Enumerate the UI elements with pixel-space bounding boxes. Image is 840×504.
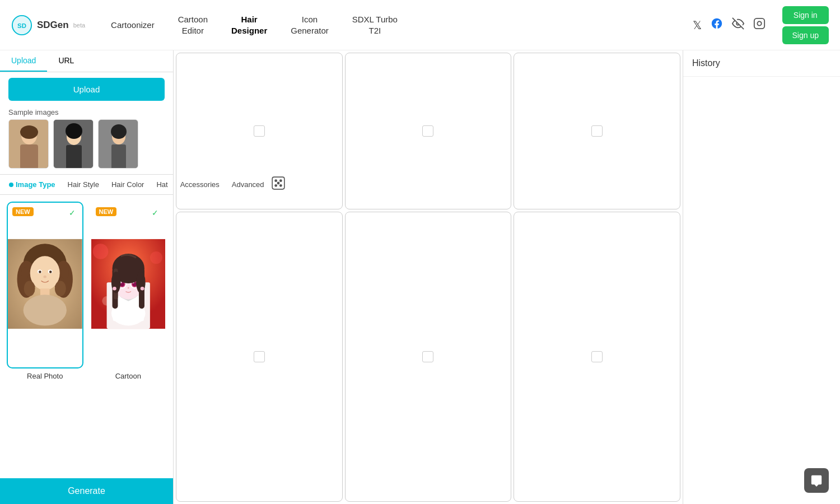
tab-hat-label: Hat [156, 180, 167, 189]
placeholder-5 [422, 351, 433, 362]
upload-btn-area: Upload [0, 72, 173, 104]
svg-point-36 [24, 281, 35, 296]
visibility-off-icon[interactable] [732, 17, 744, 32]
upload-button[interactable]: Upload [8, 78, 165, 101]
upload-tabs: Upload URL [0, 50, 173, 72]
svg-point-37 [55, 281, 66, 296]
image-card-real-photo[interactable]: NEW ✓ [7, 202, 83, 472]
logo-icon: SD [11, 15, 32, 36]
svg-text:SD: SD [17, 22, 26, 29]
new-badge-cartoon: NEW [96, 207, 117, 216]
cartoon-image [91, 203, 166, 365]
real-photo-image [8, 203, 82, 365]
placeholder-2 [422, 125, 433, 137]
nav-cartoonizer[interactable]: Cartoonizer [108, 17, 158, 33]
new-badge-check-cartoon: ✓ [150, 207, 161, 218]
svg-point-16 [111, 124, 127, 139]
svg-rect-15 [111, 144, 126, 169]
sample-label: Sample images [0, 104, 173, 119]
svg-point-41 [92, 244, 108, 259]
sample-image-2[interactable] [53, 119, 94, 169]
tab-image-type[interactable]: Image Type [3, 175, 61, 194]
tab-hair-color[interactable]: Hair Color [106, 175, 150, 194]
svg-rect-11 [66, 145, 82, 169]
brand-beta: beta [73, 22, 85, 29]
navbar: SD SDGen beta Cartoonizer CartoonEditor … [0, 0, 840, 50]
placeholder-6 [591, 351, 603, 362]
svg-rect-7 [20, 144, 38, 169]
tab-upload[interactable]: Upload [0, 50, 47, 72]
social-icons: 𝕏 [693, 17, 766, 32]
real-photo-label: Real Photo [27, 372, 63, 380]
signup-button[interactable]: Sign up [782, 26, 829, 44]
left-panel: Upload URL Upload Sample images [0, 50, 174, 504]
svg-point-28 [30, 256, 60, 290]
svg-point-35 [24, 295, 67, 325]
nav-icon-generator[interactable]: IconGenerator [287, 12, 332, 38]
svg-point-12 [66, 123, 82, 139]
sample-images [0, 119, 173, 174]
tab-hair-color-label: Hair Color [111, 180, 144, 189]
image-type-tabs: Image Type Hair Style Hair Color Hat Acc… [0, 174, 173, 195]
svg-point-31 [39, 270, 41, 273]
placeholder-1 [254, 125, 265, 137]
svg-point-57 [127, 287, 129, 289]
instagram-icon[interactable] [753, 17, 766, 32]
tab-url[interactable]: URL [47, 50, 85, 72]
auth-buttons: Sign in Sign up [782, 6, 829, 44]
chat-button[interactable] [804, 468, 829, 493]
placeholder-3 [591, 125, 603, 137]
new-badge-check-real: ✓ [67, 207, 78, 218]
tab-image-type-label: Image Type [16, 180, 55, 189]
image-type-content: NEW ✓ [0, 195, 173, 478]
nav-sdxl-t2i[interactable]: SDXL TurboT2I [349, 12, 401, 38]
result-cell-6 [514, 212, 680, 502]
svg-point-8 [20, 125, 38, 139]
generate-button[interactable]: Generate [0, 478, 173, 504]
result-grid [174, 50, 683, 504]
active-dot [9, 183, 13, 187]
svg-point-38 [21, 267, 29, 279]
placeholder-4 [254, 351, 265, 362]
svg-point-63 [136, 272, 146, 293]
main-layout: Upload URL Upload Sample images [0, 50, 840, 504]
tab-hair-style-label: Hair Style [68, 180, 99, 189]
svg-point-39 [62, 267, 69, 279]
twitter-icon[interactable]: 𝕏 [693, 18, 702, 32]
logo[interactable]: SD SDGen beta [11, 15, 85, 36]
image-card-inner-real: NEW ✓ [7, 202, 83, 368]
svg-point-64 [113, 287, 116, 291]
svg-point-65 [140, 287, 144, 291]
history-header: History [683, 50, 840, 77]
result-cell-4 [176, 212, 343, 502]
chat-icon [810, 474, 823, 487]
brand-name: SDGen [37, 20, 69, 31]
tab-hair-style[interactable]: Hair Style [62, 175, 105, 194]
svg-point-33 [43, 276, 46, 278]
result-cell-1 [176, 53, 343, 209]
image-card-inner-cartoon: NEW ✓ [90, 202, 167, 368]
svg-rect-3 [754, 18, 764, 29]
sample-image-3[interactable] [98, 119, 138, 169]
right-panel: History [683, 50, 840, 504]
nav-cartoon-editor[interactable]: CartoonEditor [175, 12, 211, 38]
new-badge-real: NEW [12, 207, 34, 216]
sample-image-1[interactable] [8, 119, 49, 169]
result-cell-5 [345, 212, 512, 502]
cartoon-label: Cartoon [115, 372, 141, 380]
svg-point-42 [150, 251, 162, 264]
tab-hat[interactable]: Hat [151, 175, 173, 194]
result-cell-3 [514, 53, 680, 209]
facebook-icon[interactable] [711, 17, 723, 32]
svg-point-32 [49, 270, 52, 273]
result-cell-2 [345, 53, 512, 209]
image-card-cartoon[interactable]: NEW ✓ [90, 202, 167, 472]
nav-hair-designer[interactable]: HairDesigner [228, 12, 270, 38]
history-content [683, 77, 840, 504]
signin-button[interactable]: Sign in [782, 6, 829, 24]
svg-point-62 [111, 272, 120, 293]
